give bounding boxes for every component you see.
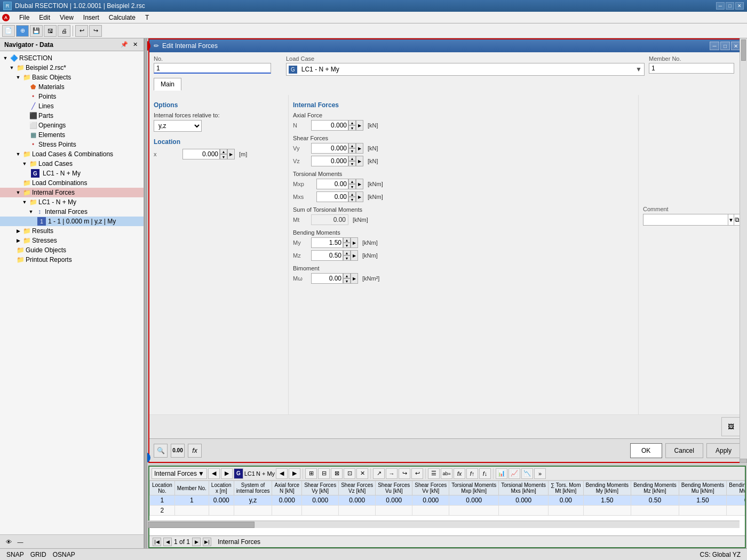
ok-button[interactable]: OK bbox=[630, 443, 662, 458]
bt-next-btn[interactable]: ▶ bbox=[221, 468, 233, 479]
mxp-up[interactable]: ▲ bbox=[348, 179, 356, 184]
tree-item-parts[interactable]: ⬛ Parts bbox=[0, 111, 144, 121]
lc-dropdown-arrow[interactable]: ▼ bbox=[633, 66, 644, 73]
bt-arrow3[interactable]: ↪ bbox=[399, 468, 410, 479]
location-x-input[interactable] bbox=[182, 149, 220, 159]
tree-item-lines[interactable]: ╱ Lines bbox=[0, 101, 144, 111]
modal-minimize[interactable]: ─ bbox=[710, 42, 719, 50]
panel-resize-handle[interactable] bbox=[740, 459, 747, 463]
mz-up[interactable]: ▲ bbox=[343, 250, 351, 255]
tree-item-elements[interactable]: ▦ Elements bbox=[0, 130, 144, 140]
apply-button[interactable]: Apply bbox=[706, 443, 741, 458]
vz-up[interactable]: ▲ bbox=[348, 156, 356, 161]
modal-maximize[interactable]: □ bbox=[720, 42, 730, 50]
nav-pin-btn[interactable]: 📌 bbox=[120, 41, 129, 49]
tree-item-stress-points[interactable]: • Stress Points bbox=[0, 140, 144, 149]
bt-grid4-btn[interactable]: ⊡ bbox=[344, 468, 355, 479]
mxp-arrow[interactable]: ▶ bbox=[356, 179, 363, 189]
bt-lc-next[interactable]: ▶ bbox=[289, 468, 300, 479]
tree-toggle-lc[interactable]: ▼ bbox=[21, 161, 28, 167]
bt-fx2-btn[interactable]: f↑ bbox=[466, 468, 478, 479]
table-next-btn[interactable]: ▶ bbox=[192, 538, 201, 546]
content-vscroll[interactable] bbox=[740, 38, 747, 463]
mxs-down[interactable]: ▼ bbox=[348, 197, 356, 202]
tree-item-if-lc1[interactable]: ▼ 📁 LC1 - N + My bbox=[0, 197, 144, 207]
nav-bottom-view[interactable]: 👁 bbox=[4, 538, 13, 546]
maximize-button[interactable]: □ bbox=[726, 2, 734, 10]
location-down[interactable]: ▼ bbox=[220, 154, 227, 159]
toolbar-print[interactable]: 🖨 bbox=[58, 25, 70, 37]
mw-arrow[interactable]: ▶ bbox=[351, 273, 358, 284]
mxp-down[interactable]: ▼ bbox=[348, 184, 356, 189]
bt-chart2-btn[interactable]: 📈 bbox=[508, 468, 520, 479]
table-last-btn[interactable]: ▶| bbox=[203, 538, 211, 546]
bt-chart-btn[interactable]: 📊 bbox=[496, 468, 507, 479]
location-arrow[interactable]: ▶ bbox=[227, 149, 235, 159]
my-input[interactable] bbox=[311, 237, 343, 248]
tree-item-materials[interactable]: ⬟ Materials bbox=[0, 82, 144, 92]
tree-toggle-if-sub[interactable]: ▼ bbox=[28, 209, 34, 215]
bt-arrow2[interactable]: → bbox=[386, 468, 398, 479]
tree-item-project[interactable]: ▼ 📁 Beispiel 2.rsc* bbox=[0, 63, 144, 73]
bt-grid3-btn[interactable]: ⊠ bbox=[331, 468, 343, 479]
bt-arrow4[interactable]: ↩ bbox=[411, 468, 423, 479]
table-row[interactable]: 110.000y,z0.0000.0000.0000.0000.0000.000… bbox=[150, 495, 745, 506]
tree-toggle-lcc[interactable]: ▼ bbox=[15, 151, 21, 157]
tree-toggle-if-lc1[interactable]: ▼ bbox=[21, 199, 28, 205]
minimize-button[interactable]: ─ bbox=[716, 2, 725, 10]
toolbar-redo[interactable]: ↪ bbox=[89, 25, 102, 37]
tree-item-load-cases[interactable]: ▼ 📁 Load Cases bbox=[0, 159, 144, 169]
mw-input[interactable] bbox=[311, 273, 343, 284]
menu-t[interactable]: T bbox=[141, 13, 153, 22]
bt-fx-btn[interactable]: fx bbox=[454, 468, 465, 479]
location-up[interactable]: ▲ bbox=[220, 149, 227, 154]
vy-input[interactable] bbox=[311, 143, 348, 154]
tree-item-points[interactable]: • Points bbox=[0, 92, 144, 101]
tree-toggle-rsection[interactable]: ▼ bbox=[2, 55, 9, 61]
tree-toggle-results[interactable]: ▶ bbox=[15, 228, 21, 234]
toolbar-open[interactable]: ⊕ bbox=[16, 25, 29, 37]
tree-item-internal-forces-root[interactable]: ▼ 📁 Internal Forces bbox=[0, 188, 144, 197]
no-input[interactable] bbox=[154, 63, 271, 74]
table-row[interactable]: 2 bbox=[150, 506, 745, 516]
dialog-image-btn[interactable]: 🖼 bbox=[721, 417, 741, 436]
bt-ab-btn[interactable]: ab= bbox=[441, 468, 452, 479]
nav-close-btn[interactable]: ✕ bbox=[131, 41, 139, 49]
tree-item-if-sub[interactable]: ▼ ↕ Internal Forces bbox=[0, 207, 144, 217]
comment-input[interactable] bbox=[643, 214, 728, 225]
vz-input[interactable] bbox=[311, 156, 348, 166]
tree-item-if-item[interactable]: 1 1 - 1 | 0.000 m | y,z | My bbox=[0, 217, 144, 226]
toolbar-undo[interactable]: ↩ bbox=[75, 25, 88, 37]
menu-view[interactable]: View bbox=[55, 13, 78, 22]
menu-calculate[interactable]: Calculate bbox=[105, 13, 140, 22]
vy-up[interactable]: ▲ bbox=[348, 143, 356, 148]
tree-toggle-project[interactable]: ▼ bbox=[9, 65, 15, 71]
tree-item-load-combinations[interactable]: 📁 Load Combinations bbox=[0, 178, 144, 188]
toolbar-save2[interactable]: 🖫 bbox=[44, 25, 57, 37]
my-down[interactable]: ▼ bbox=[343, 243, 351, 248]
relative-select[interactable]: y,z bbox=[154, 120, 202, 132]
toolbar-new[interactable]: 📄 bbox=[2, 25, 15, 37]
mxs-input[interactable] bbox=[316, 191, 348, 202]
table-prev-btn[interactable]: ◀ bbox=[163, 538, 172, 546]
menu-edit[interactable]: Edit bbox=[35, 13, 54, 22]
bt-grid2-btn[interactable]: ⊟ bbox=[318, 468, 330, 479]
tree-item-rsection[interactable]: ▼ 🔷 RSECTION bbox=[0, 53, 144, 63]
tree-item-results[interactable]: ▶ 📁 Results bbox=[0, 226, 144, 236]
vz-arrow[interactable]: ▶ bbox=[356, 156, 363, 166]
menu-file[interactable]: File bbox=[15, 13, 34, 22]
tree-item-lcc[interactable]: ▼ 📁 Load Cases & Combinations bbox=[0, 149, 144, 159]
nav-bottom-eye[interactable]: — bbox=[16, 538, 25, 546]
axial-up[interactable]: ▲ bbox=[348, 120, 356, 125]
close-button[interactable]: ✕ bbox=[735, 2, 744, 10]
member-no-input[interactable] bbox=[649, 63, 734, 74]
vy-arrow[interactable]: ▶ bbox=[356, 143, 363, 154]
tree-toggle-if[interactable]: ▼ bbox=[15, 189, 21, 196]
footer-search-btn[interactable]: 🔍 bbox=[154, 444, 168, 458]
bottom-panel-dropdown[interactable]: Internal Forces ▼ bbox=[152, 468, 207, 479]
tree-item-guide-objects[interactable]: 📁 Guide Objects bbox=[0, 245, 144, 255]
tab-main[interactable]: Main bbox=[154, 78, 181, 91]
mw-up[interactable]: ▲ bbox=[343, 273, 351, 278]
mz-down[interactable]: ▼ bbox=[343, 255, 351, 261]
tree-item-printout[interactable]: 📁 Printout Reports bbox=[0, 255, 144, 265]
